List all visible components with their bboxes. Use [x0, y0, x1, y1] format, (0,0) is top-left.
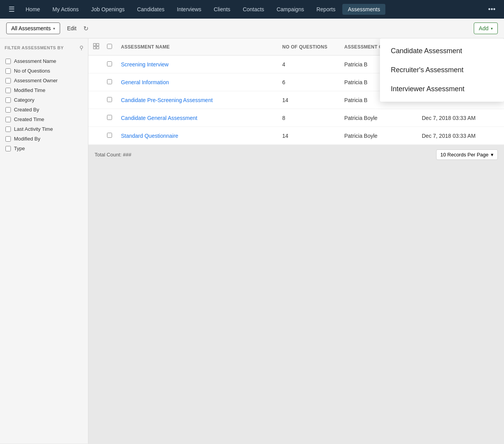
nav-clients[interactable]: Clients	[208, 4, 236, 15]
svg-rect-0	[93, 43, 96, 46]
all-assessments-label: All Assessments	[11, 25, 51, 31]
filter-item-created-by[interactable]: Created By	[5, 105, 83, 114]
per-page-select[interactable]: 10 Records Per Page ▾	[436, 149, 498, 160]
hamburger-icon[interactable]: ☰	[5, 3, 19, 16]
toolbar: All Assessments ▾ Edit ↻ Add ▾	[0, 19, 504, 38]
table-row: Candidate General Assessment 8 Patricia …	[88, 109, 504, 127]
row-name-1[interactable]: General Information	[121, 79, 282, 85]
nav-home[interactable]: Home	[20, 4, 45, 15]
row-name-0[interactable]: Screening Interview	[121, 61, 282, 68]
row-checkbox-3[interactable]	[107, 115, 121, 121]
edit-button[interactable]: Edit	[64, 24, 79, 33]
add-label: Add	[479, 25, 488, 31]
row-checkbox-0[interactable]	[107, 61, 121, 68]
row-owner-3: Patricia Boyle	[344, 115, 422, 121]
column-picker-icon[interactable]	[93, 43, 107, 50]
per-page-label: 10 Records Per Page	[440, 152, 488, 158]
total-count: Total Count: ###	[95, 152, 131, 158]
filter-assessments-label: FILTER ASSESSMENTS BY	[5, 45, 64, 50]
filter-label-type: Type	[14, 146, 25, 151]
row-questions-0: 4	[282, 61, 344, 68]
row-modified-4: Dec 7, 2018 03:33 AM	[422, 133, 499, 139]
svg-rect-1	[97, 43, 99, 46]
select-all-input[interactable]	[107, 44, 112, 49]
filter-checkbox-created-time[interactable]	[5, 117, 11, 122]
row-questions-3: 8	[282, 115, 344, 121]
svg-rect-2	[93, 47, 96, 49]
filter-item-modified-by[interactable]: Modified By	[5, 134, 83, 144]
table-footer: Total Count: ### 10 Records Per Page ▾	[88, 145, 504, 165]
nav-contacts[interactable]: Contacts	[237, 4, 269, 15]
nav-candidates[interactable]: Candidates	[131, 4, 170, 15]
filter-label-category: Category	[14, 97, 35, 103]
row-name-3[interactable]: Candidate General Assessment	[121, 115, 282, 121]
filter-checkbox-created-by[interactable]	[5, 107, 11, 113]
filter-checkbox-modified-by[interactable]	[5, 136, 11, 142]
filter-item-assessment-name[interactable]: Assessment Name	[5, 56, 83, 66]
filter-item-type[interactable]: Type	[5, 144, 83, 153]
filter-item-modified-time[interactable]: Modified Time	[5, 85, 83, 95]
filter-label-created-time: Created Time	[14, 116, 44, 122]
nav-job-openings[interactable]: Job Openings	[86, 4, 130, 15]
filter-item-assessment-owner[interactable]: Assessment Owner	[5, 76, 83, 85]
filter-checkbox-type[interactable]	[5, 146, 11, 151]
filter-checkbox-no-of-questions[interactable]	[5, 68, 11, 74]
table-row: Standard Questionnaire 14 Patricia Boyle…	[88, 127, 504, 145]
add-button[interactable]: Add ▾	[474, 23, 498, 34]
nav-my-actions[interactable]: My Actions	[47, 4, 84, 15]
dropdown-item-candidate-assessment[interactable]: Candidate Assessment	[380, 42, 504, 61]
col-header-assessment-name: ASSESSMENT NAME	[121, 44, 282, 50]
filter-item-last-activity-time[interactable]: Last Activity Time	[5, 124, 83, 134]
filter-label-assessment-name: Assessment Name	[14, 58, 56, 64]
main-layout: FILTER ASSESSMENTS BY ⚲ Assessment Name …	[0, 38, 504, 444]
all-assessments-button[interactable]: All Assessments ▾	[6, 23, 60, 34]
add-chevron-icon: ▾	[491, 26, 493, 31]
filter-checkbox-assessment-name[interactable]	[5, 59, 11, 64]
svg-rect-3	[97, 47, 99, 49]
filter-label-last-activity-time: Last Activity Time	[14, 126, 53, 132]
filter-label-modified-time: Modified Time	[14, 87, 45, 93]
per-page-chevron-icon: ▾	[491, 152, 494, 158]
row-checkbox-4[interactable]	[107, 133, 121, 139]
nav-campaigns[interactable]: Campaigns	[271, 4, 309, 15]
filter-item-created-time[interactable]: Created Time	[5, 114, 83, 124]
navbar: ☰ Home My Actions Job Openings Candidate…	[0, 0, 504, 19]
row-questions-2: 14	[282, 97, 344, 103]
sidebar: FILTER ASSESSMENTS BY ⚲ Assessment Name …	[0, 38, 88, 444]
filter-search-icon[interactable]: ⚲	[79, 45, 83, 51]
row-name-4[interactable]: Standard Questionnaire	[121, 133, 282, 139]
dropdown-item-recruiters-assessment[interactable]: Recruiter's Assessment	[380, 61, 504, 80]
row-checkbox-2[interactable]	[107, 97, 121, 103]
filter-checkbox-last-activity-time[interactable]	[5, 127, 11, 132]
row-name-2[interactable]: Candidate Pre-Screening Assessment	[121, 97, 282, 103]
filter-label-assessment-owner: Assessment Owner	[14, 78, 58, 83]
select-all-checkbox[interactable]	[107, 44, 121, 50]
refresh-icon[interactable]: ↻	[83, 25, 88, 32]
filter-item-no-of-questions[interactable]: No of Questions	[5, 66, 83, 76]
add-dropdown: Candidate Assessment Recruiter's Assessm…	[380, 38, 504, 102]
dropdown-item-interviewer-assessment[interactable]: Interviewer Assessment	[380, 80, 504, 99]
row-checkbox-1[interactable]	[107, 79, 121, 85]
row-owner-4: Patricia Boyle	[344, 133, 422, 139]
filter-label-modified-by: Modified By	[14, 136, 40, 142]
row-questions-1: 6	[282, 79, 344, 85]
filter-checkbox-assessment-owner[interactable]	[5, 78, 11, 83]
chevron-down-icon: ▾	[53, 26, 55, 31]
row-modified-3: Dec 7, 2018 03:33 AM	[422, 115, 499, 121]
filter-checkbox-category[interactable]	[5, 97, 11, 103]
row-questions-4: 14	[282, 133, 344, 139]
content-area: ASSESSMENT NAME NO OF QUESTIONS ASSESSME…	[88, 38, 504, 444]
filter-label-no-of-questions: No of Questions	[14, 68, 50, 74]
nav-interviews[interactable]: Interviews	[171, 4, 207, 15]
filter-item-category[interactable]: Category	[5, 95, 83, 105]
filter-checkbox-modified-time[interactable]	[5, 88, 11, 93]
filter-header: FILTER ASSESSMENTS BY ⚲	[5, 45, 83, 51]
nav-reports[interactable]: Reports	[311, 4, 341, 15]
more-nav-icon[interactable]: •••	[484, 3, 499, 16]
col-header-no-of-questions: NO OF QUESTIONS	[282, 44, 344, 50]
filter-label-created-by: Created By	[14, 107, 39, 113]
nav-assessments[interactable]: Assessments	[342, 4, 385, 15]
